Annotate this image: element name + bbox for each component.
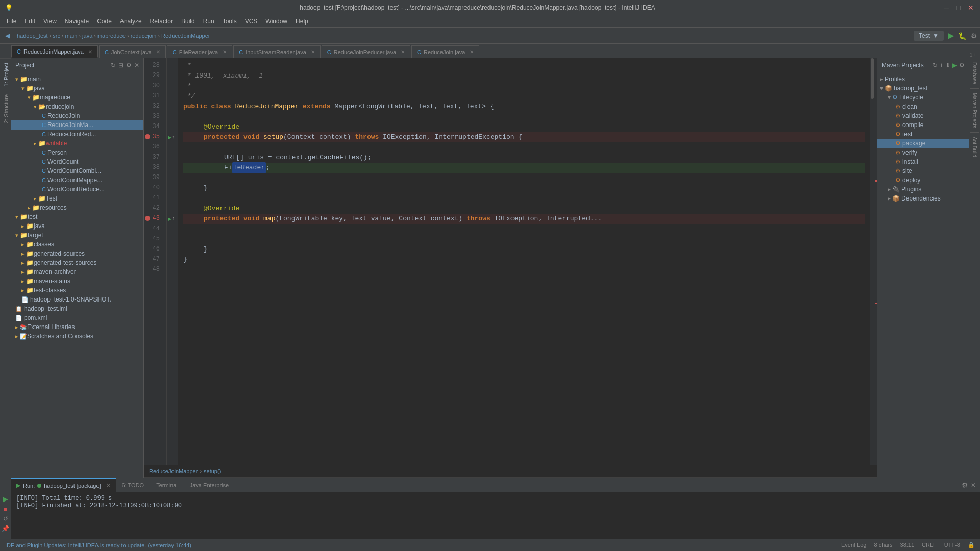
menu-view[interactable]: View — [39, 17, 61, 26]
maven-plugins[interactable]: ▸ 🔌 Plugins — [877, 185, 969, 194]
back-button[interactable]: ◀ — [3, 32, 12, 39]
tree-item-java[interactable]: ▾ 📁 java — [11, 84, 143, 93]
tree-item-writable[interactable]: ▸ 📁 writable — [11, 139, 143, 148]
maven-download-icon[interactable]: ⬇ — [945, 62, 950, 69]
menu-code[interactable]: Code — [93, 17, 116, 26]
menu-navigate[interactable]: Navigate — [61, 17, 93, 26]
rerun-icon[interactable]: ↺ — [3, 515, 8, 522]
tab-close-icon[interactable]: ✕ — [223, 49, 227, 55]
maven-settings-icon[interactable]: ⚙ — [959, 62, 965, 69]
maven-clean[interactable]: ⚙ clean — [877, 102, 969, 111]
breadcrumb-src[interactable]: src — [53, 33, 60, 39]
menu-run[interactable]: Run — [199, 17, 218, 26]
tree-item-test-folder[interactable]: ▸ 📁 Test — [11, 194, 143, 203]
maven-compile[interactable]: ⚙ compile — [877, 120, 969, 130]
tree-item-test-java[interactable]: ▸ 📁 java — [11, 221, 143, 231]
run-button[interactable]: ▶ — [948, 31, 954, 40]
debug-button[interactable]: 🐛 — [958, 32, 967, 40]
run-tab-close[interactable]: ✕ — [106, 482, 111, 489]
terminal-tab[interactable]: Terminal — [150, 480, 184, 490]
tab-close-icon[interactable]: ✕ — [470, 49, 474, 55]
bottom-close-icon[interactable]: ✕ — [971, 482, 976, 489]
window-controls[interactable]: ─ □ ✕ — [942, 4, 975, 12]
project-vtab[interactable]: 1: Project — [0, 58, 11, 90]
tree-item-reducejoinmapper[interactable]: C ReduceJoinMa... — [11, 120, 143, 130]
class-breadcrumb[interactable]: ReduceJoinMapper — [149, 468, 198, 474]
tab-filereader[interactable]: C FileReader.java ✕ — [167, 45, 232, 58]
tree-item-scratches[interactable]: ▸ 📝 Scratches and Consoles — [11, 332, 143, 341]
maven-deploy[interactable]: ⚙ deploy — [877, 176, 969, 185]
breadcrumb-file[interactable]: ReduceJoinMapper — [161, 33, 210, 39]
maven-add-icon[interactable]: + — [940, 62, 943, 69]
scrollbar-thumb[interactable] — [871, 58, 874, 99]
tree-item-test-classes[interactable]: ▸ 📁 test-classes — [11, 286, 143, 295]
menu-vcs[interactable]: VCS — [241, 17, 262, 26]
tree-item-reducejoin-class[interactable]: C ReduceJoin — [11, 111, 143, 120]
run-config-dropdown[interactable]: Test ▼ — [914, 31, 944, 41]
structure-vtab[interactable]: 2: Structure — [0, 90, 11, 128]
tree-item-external-libs[interactable]: ▸ 📚 External Libraries — [11, 322, 143, 332]
menu-tools[interactable]: Tools — [218, 17, 241, 26]
maven-validate[interactable]: ⚙ validate — [877, 111, 969, 120]
tree-item-reducejoinreducer[interactable]: C ReduceJoinRed... — [11, 130, 143, 139]
idea-update-message[interactable]: IDE and Plugin Updates: IntelliJ IDEA is… — [5, 542, 191, 548]
tab-close-icon[interactable]: ✕ — [88, 49, 92, 55]
database-vtab[interactable]: Database — [970, 58, 979, 89]
maven-test[interactable]: ⚙ test — [877, 130, 969, 139]
tree-item-test[interactable]: ▾ 📁 test — [11, 212, 143, 221]
tree-item-wordcountreduce[interactable]: C WordCountReduce... — [11, 185, 143, 194]
maven-dependencies[interactable]: ▸ 📦 Dependencies — [877, 194, 969, 203]
close-sidebar-icon[interactable]: ✕ — [134, 62, 139, 69]
maven-package[interactable]: ⚙ package — [877, 139, 969, 148]
editor-scrollbar[interactable] — [870, 58, 877, 465]
menu-help[interactable]: Help — [291, 17, 312, 26]
settings-icon[interactable]: ⚙ — [126, 62, 132, 69]
breadcrumb-mapreduce[interactable]: mapreduce — [97, 33, 126, 39]
maven-vtab[interactable]: Maven Projects — [970, 89, 979, 133]
tree-item-reducejoin[interactable]: ▾ 📂 reducejoin — [11, 102, 143, 111]
menu-window[interactable]: Window — [261, 17, 291, 26]
method-breadcrumb[interactable]: setup() — [204, 468, 221, 474]
breadcrumb-hadoop[interactable]: hadoop_test — [17, 33, 48, 39]
tab-reducejoinreducer[interactable]: C ReduceJoinReducer.java ✕ — [322, 45, 410, 58]
pin-icon[interactable]: 📌 — [2, 525, 9, 532]
minimize-button[interactable]: ─ — [942, 4, 950, 12]
tree-item-mapreduce[interactable]: ▾ 📁 mapreduce — [11, 93, 143, 102]
stop-icon[interactable]: ■ — [4, 506, 7, 513]
maven-run-icon[interactable]: ▶ — [952, 62, 957, 69]
menu-build[interactable]: Build — [177, 17, 199, 26]
tab-close-icon[interactable]: ✕ — [311, 49, 315, 55]
tree-item-snapshot-jar[interactable]: 📄 hadoop_test-1.0-SNAPSHOT. — [11, 295, 143, 304]
tree-item-resources[interactable]: ▸ 📁 resources — [11, 203, 143, 212]
menu-refactor[interactable]: Refactor — [146, 17, 177, 26]
tab-inputstreamreader[interactable]: C InputStreamReader.java ✕ — [233, 45, 321, 58]
tree-item-maven-status[interactable]: ▸ 📁 maven-status — [11, 277, 143, 286]
tree-item-wordcountcombi[interactable]: C WordCountCombi... — [11, 166, 143, 176]
maven-install[interactable]: ⚙ install — [877, 157, 969, 166]
tab-reducejoinmapper[interactable]: C ReduceJoinMapper.java ✕ — [11, 45, 98, 58]
tab-overflow-indicator[interactable]: 1+ — [969, 52, 976, 58]
todo-tab[interactable]: 6: TODO — [116, 480, 151, 490]
ant-vtab[interactable]: Ant Build — [970, 133, 979, 161]
cursor-position[interactable]: 38:11 — [900, 542, 915, 548]
run-play-icon[interactable]: ▶ — [3, 495, 8, 503]
tree-item-main[interactable]: ▾ 📁 main — [11, 74, 143, 84]
bottom-settings-icon[interactable]: ⚙ — [962, 481, 968, 489]
java-enterprise-tab[interactable]: Java Enterprise — [184, 480, 235, 490]
breadcrumb-reducejoin[interactable]: reducejoin — [131, 33, 157, 39]
tree-item-maven-archiver[interactable]: ▸ 📁 maven-archiver — [11, 267, 143, 277]
tree-item-target[interactable]: ▾ 📁 target — [11, 231, 143, 240]
tree-item-generated-sources[interactable]: ▸ 📁 generated-sources — [11, 249, 143, 258]
line-separator[interactable]: CRLF — [922, 542, 937, 548]
tree-item-generated-test-sources[interactable]: ▸ 📁 generated-test-sources — [11, 258, 143, 267]
tree-item-wordcount[interactable]: C WordCount — [11, 157, 143, 166]
maximize-button[interactable]: □ — [954, 4, 963, 12]
sync-icon[interactable]: ↻ — [111, 62, 116, 69]
tab-close-icon[interactable]: ✕ — [156, 49, 160, 55]
tree-item-wordcountmapper[interactable]: C WordCountMappe... — [11, 176, 143, 185]
maven-lifecycle[interactable]: ▾ ⚙ Lifecycle — [877, 93, 969, 102]
maven-refresh-icon[interactable]: ↻ — [933, 62, 938, 69]
breadcrumb-main[interactable]: main — [65, 33, 78, 39]
maven-verify[interactable]: ⚙ verify — [877, 148, 969, 157]
maven-profiles[interactable]: ▸ Profiles — [877, 74, 969, 84]
